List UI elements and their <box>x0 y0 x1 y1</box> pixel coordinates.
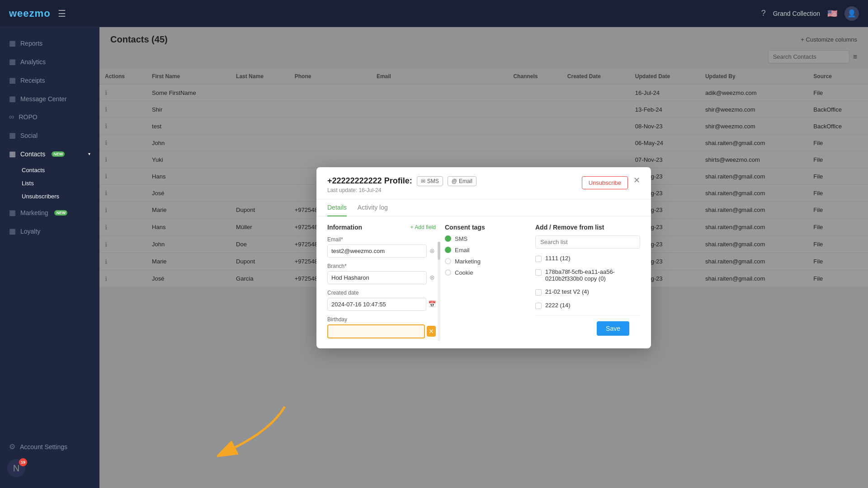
list-item-1111: 1111 (12) <box>535 253 640 264</box>
last-update-label: Last update: <box>327 187 357 193</box>
consent-label-marketing: Marketing <box>455 258 481 265</box>
topbar: weezmo ☰ ? Grand Collection 🇺🇸 👤 <box>0 0 868 27</box>
list-item-label-2222: 2222 (14) <box>545 302 571 309</box>
sidebar-sub-item-contacts[interactable]: Contacts <box>16 164 98 177</box>
contacts-chevron: ▾ <box>88 151 90 156</box>
reports-icon: ▦ <box>9 39 16 47</box>
sms-label: SMS <box>427 178 439 184</box>
information-panel: Information + Add field Email* ⊗ <box>327 224 436 341</box>
consent-title: Consent tags <box>445 224 526 231</box>
email-field-row: ⊗ <box>327 244 436 258</box>
list-checkbox-178ba[interactable] <box>535 269 542 276</box>
topbar-left: weezmo ☰ <box>9 8 66 19</box>
sidebar-bottom: ⚙ Account Settings N 19 <box>0 438 99 481</box>
last-update-value: 16-Jul-24 <box>359 187 381 193</box>
branch-form-row: Branch* ⊗ <box>327 263 436 284</box>
modal-title: +22222222222 Profile: <box>327 176 412 186</box>
email-form-row: Email* ⊗ <box>327 236 436 258</box>
sidebar-label-reports: Reports <box>20 40 42 47</box>
birthday-label: Birthday <box>327 316 436 323</box>
list-item-2222: 2222 (14) <box>535 300 640 311</box>
consent-checkbox-cookie[interactable] <box>445 269 451 276</box>
branch-label: Branch* <box>327 263 436 269</box>
modal-header: +22222222222 Profile: ✉ SMS @ Email <box>316 167 651 199</box>
modal-title-row: +22222222222 Profile: ✉ SMS @ Email <box>327 176 476 186</box>
user-avatar[interactable]: 👤 <box>844 6 859 21</box>
sidebar-item-reports[interactable]: ▦ Reports <box>2 34 98 52</box>
list-checkbox-2102[interactable] <box>535 289 542 296</box>
sidebar-item-ropo[interactable]: ∞ ROPO <box>2 108 98 126</box>
consent-item-marketing: Marketing <box>445 258 526 265</box>
email-label: Email <box>459 178 472 184</box>
marketing-badge: NEW <box>54 210 67 216</box>
add-field-button[interactable]: + Add field <box>410 224 436 230</box>
created-date-input[interactable] <box>327 298 426 311</box>
unsubscribe-button[interactable]: Unsubscribe <box>582 176 628 189</box>
sidebar-item-analytics[interactable]: ▦ Analytics <box>2 53 98 70</box>
sidebar-item-marketing[interactable]: ▦ Marketing NEW <box>2 204 98 221</box>
sidebar-item-account-settings[interactable]: ⚙ Account Settings <box>2 438 98 455</box>
consent-label-cookie: Cookie <box>455 269 473 276</box>
birthday-input[interactable] <box>327 324 425 338</box>
modal-body: Information + Add field Email* ⊗ <box>316 216 651 348</box>
sidebar-label-marketing: Marketing <box>20 209 48 216</box>
consent-checkbox-email[interactable] <box>445 247 451 253</box>
modal-footer: Save <box>535 315 640 341</box>
menu-icon[interactable]: ☰ <box>58 8 66 19</box>
notification-avatar[interactable]: N 19 <box>7 459 25 477</box>
modal-overlay: +22222222222 Profile: ✉ SMS @ Email <box>99 27 868 488</box>
tab-details[interactable]: Details <box>327 199 347 216</box>
list-item-label-1111: 1111 (12) <box>545 255 571 262</box>
sidebar-sub-label-contacts: Contacts <box>22 167 45 174</box>
calendar-icon[interactable]: 📅 <box>428 300 436 308</box>
analytics-icon: ▦ <box>9 57 16 66</box>
email-tag: @ Email <box>448 176 476 186</box>
sidebar-sub-label-lists: Lists <box>22 180 34 187</box>
modal-profile-label: Profile: <box>384 176 412 185</box>
help-icon[interactable]: ? <box>761 9 766 18</box>
consent-item-sms: SMS <box>445 235 526 242</box>
sidebar-label-ropo: ROPO <box>19 113 37 121</box>
consent-checkbox-marketing[interactable] <box>445 258 451 264</box>
email-icon: @ <box>452 178 457 184</box>
tab-activity-log[interactable]: Activity log <box>358 199 388 216</box>
modal-tabs: Details Activity log <box>316 199 651 216</box>
branch-input[interactable] <box>327 271 427 284</box>
sidebar-item-message-center[interactable]: ▦ Message Center <box>2 90 98 108</box>
branch-clear-button[interactable]: ⊗ <box>429 273 436 282</box>
list-checkbox-1111[interactable] <box>535 256 542 262</box>
sidebar-item-contacts[interactable]: ▦ Contacts NEW ▾ <box>2 145 98 163</box>
sidebar: ▦ Reports ▦ Analytics ▦ Receipts ▦ Messa… <box>0 27 99 488</box>
consent-checkbox-sms[interactable] <box>445 235 451 242</box>
list-items: 1111 (12) 178ba78f-5cfb-ea11-aa56-0210b2… <box>535 253 640 311</box>
consent-item-email: Email <box>445 247 526 253</box>
marketing-icon: ▦ <box>9 208 16 217</box>
birthday-form-row: Birthday ✕ <box>327 316 436 338</box>
list-checkbox-2222[interactable] <box>535 303 542 309</box>
close-button[interactable]: ✕ <box>633 176 640 184</box>
birthday-clear-button[interactable]: ✕ <box>427 326 436 337</box>
birthday-field-row: ✕ <box>327 324 436 338</box>
sidebar-sub-item-lists[interactable]: Lists <box>16 177 98 190</box>
sidebar-item-loyalty[interactable]: ▦ Loyalty <box>2 222 98 240</box>
sidebar-label-loyalty: Loyalty <box>20 228 40 235</box>
consent-label-email: Email <box>455 247 470 253</box>
scrollbar-thumb[interactable] <box>438 242 440 260</box>
list-panel: Add / Remove from list 1111 (12) 178ba78… <box>535 224 640 341</box>
list-item-178ba: 178ba78f-5cfb-ea11-aa56-0210b2f330b0 cop… <box>535 267 640 284</box>
sidebar-label-analytics: Analytics <box>20 58 46 66</box>
created-date-form-row: Created date 📅 <box>327 290 436 311</box>
birthday-x-icon: ✕ <box>429 328 434 335</box>
contacts-icon: ▦ <box>9 150 16 158</box>
sidebar-item-social[interactable]: ▦ Social <box>2 127 98 144</box>
sidebar-item-receipts[interactable]: ▦ Receipts <box>2 71 98 89</box>
list-search-input[interactable] <box>535 235 640 249</box>
flag-icon: 🇺🇸 <box>827 9 837 19</box>
email-label: Email* <box>327 236 436 243</box>
sidebar-sub-item-unsubscribers[interactable]: Unsubscribers <box>16 190 98 203</box>
save-button[interactable]: Save <box>597 321 629 336</box>
email-clear-button[interactable]: ⊗ <box>429 246 436 255</box>
sidebar-label-contacts: Contacts <box>20 150 45 158</box>
list-item-2102: 21-02 test V2 (4) <box>535 286 640 297</box>
email-input[interactable] <box>327 244 427 258</box>
